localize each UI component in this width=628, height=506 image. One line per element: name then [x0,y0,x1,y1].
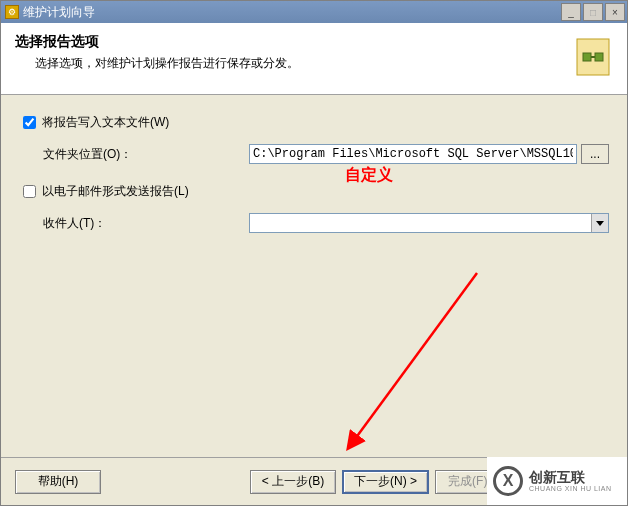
page-title: 选择报告选项 [15,33,565,51]
wizard-window: ⚙ 维护计划向导 _ □ × 选择报告选项 选择选项，对维护计划操作报告进行保存… [0,0,628,506]
close-button[interactable]: × [605,3,625,21]
recipient-label: 收件人(T)： [19,215,249,232]
app-icon: ⚙ [5,5,19,19]
dropdown-arrow-button[interactable] [591,214,608,232]
write-report-row: 将报告写入文本文件(W) [19,113,609,132]
wizard-body: 将报告写入文本文件(W) 文件夹位置(O)： ... 以电子邮件形式发送报告(L… [1,95,627,447]
window-title: 维护计划向导 [23,4,561,21]
svg-line-5 [355,273,477,439]
minimize-button[interactable]: _ [561,3,581,21]
folder-row: 文件夹位置(O)： ... [19,144,609,164]
watermark-logo: X 创新互联 CHUANG XIN HU LIAN [487,457,627,505]
email-report-row: 以电子邮件形式发送报告(L) [19,182,609,201]
window-controls: _ □ × [561,3,625,21]
chevron-down-icon [596,221,604,226]
logo-text: 创新互联 [529,470,612,485]
wizard-header: 选择报告选项 选择选项，对维护计划操作报告进行保存或分发。 [1,23,627,95]
wizard-icon [573,33,613,81]
svg-rect-1 [583,53,591,61]
annotation-arrow-icon [337,263,487,453]
email-report-label: 以电子邮件形式发送报告(L) [42,183,189,200]
logo-mark-icon: X [493,466,523,496]
write-report-label: 将报告写入文本文件(W) [42,114,169,131]
email-report-checkbox[interactable] [23,185,36,198]
folder-label: 文件夹位置(O)： [19,146,249,163]
maximize-button: □ [583,3,603,21]
browse-button[interactable]: ... [581,144,609,164]
folder-path-input[interactable] [249,144,577,164]
logo-subtext: CHUANG XIN HU LIAN [529,485,612,492]
titlebar[interactable]: ⚙ 维护计划向导 _ □ × [1,1,627,23]
page-subtitle: 选择选项，对维护计划操作报告进行保存或分发。 [35,55,565,72]
next-button[interactable]: 下一步(N) > [342,470,429,494]
back-button[interactable]: < 上一步(B) [250,470,336,494]
write-report-checkbox[interactable] [23,116,36,129]
recipient-dropdown[interactable] [249,213,609,233]
recipient-row: 收件人(T)： [19,213,609,233]
svg-rect-2 [595,53,603,61]
annotation-custom-text: 自定义 [345,165,393,186]
help-button[interactable]: 帮助(H) [15,470,101,494]
